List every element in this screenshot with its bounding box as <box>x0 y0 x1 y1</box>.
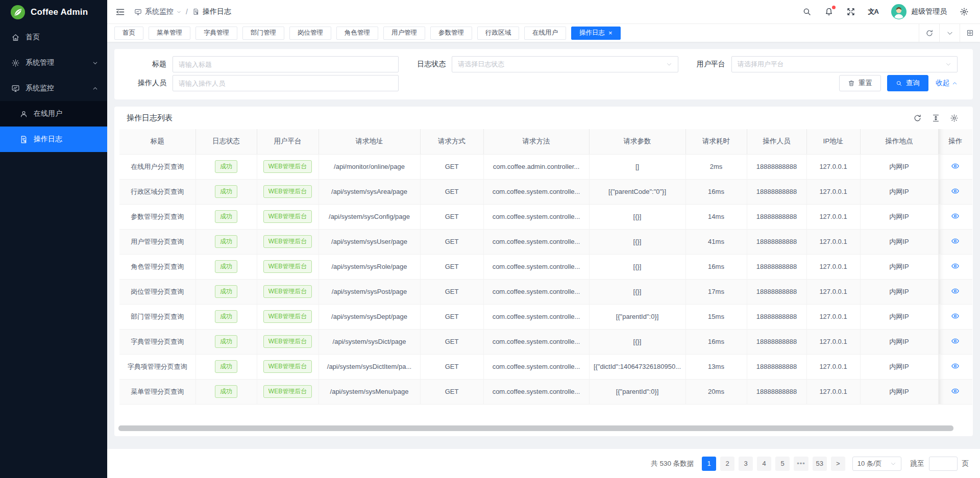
cell-request-method: GET <box>420 229 483 254</box>
cell-ip-address: 127.0.0.1 <box>806 304 860 329</box>
status-select[interactable]: 请选择日志状态 <box>452 56 678 72</box>
cell-action <box>938 179 972 204</box>
row-height-icon[interactable] <box>932 114 940 122</box>
tab-7[interactable]: 参数管理 <box>430 27 472 40</box>
cell-log-status: 成功 <box>195 229 257 254</box>
search-button[interactable]: 查询 <box>887 75 928 91</box>
cell-request-method: GET <box>420 304 483 329</box>
main-area: 系统监控 / 操作日志 文A 超级管理员 首页菜单管理字 <box>107 0 980 478</box>
notification-bell-icon[interactable] <box>824 7 834 16</box>
next-page-button[interactable]: > <box>831 457 845 471</box>
sidebar-item-system-monitor[interactable]: 系统监控 <box>0 76 107 101</box>
table-row: 用户管理分页查询成功WEB管理后台/api/system/sysUser/pag… <box>119 229 972 254</box>
view-detail-eye-icon[interactable] <box>951 237 960 245</box>
tab-4[interactable]: 岗位管理 <box>289 27 331 40</box>
pagination-bar: 共 530 条数据 12345•••53 > 10 条/页 跳至 页 <box>107 449 980 478</box>
translate-icon[interactable]: 文A <box>868 7 878 16</box>
refresh-icon[interactable] <box>919 24 939 42</box>
cell-user-platform: WEB管理后台 <box>257 204 318 229</box>
cell-request-handler: com.coffee.system.controlle... <box>483 279 589 304</box>
table-row: 字典管理分页查询成功WEB管理后台/api/system/sysDict/pag… <box>119 329 972 354</box>
tab-2[interactable]: 字典管理 <box>195 27 237 40</box>
settings-gear-icon[interactable] <box>960 7 969 16</box>
cell-request-handler: com.coffee.system.controlle... <box>483 379 589 404</box>
view-detail-eye-icon[interactable] <box>951 287 960 295</box>
cell-action <box>938 204 972 229</box>
cell-request-url: /api/system/sysArea/page <box>318 179 420 204</box>
menu-fold-icon[interactable] <box>115 7 125 17</box>
cell-request-handler: com.coffee.system.controlle... <box>483 354 589 379</box>
cell-ip-address: 127.0.0.1 <box>806 279 860 304</box>
collapse-link[interactable]: 收起 <box>936 79 958 88</box>
title-input[interactable] <box>179 61 393 68</box>
cell-request-params: [{}] <box>589 329 685 354</box>
view-detail-eye-icon[interactable] <box>951 262 960 270</box>
cell-operator: 18888888888 <box>747 354 806 379</box>
tab-6[interactable]: 用户管理 <box>383 27 425 40</box>
view-detail-eye-icon[interactable] <box>951 187 960 195</box>
column-settings-gear-icon[interactable] <box>950 114 959 122</box>
tab-5[interactable]: 角色管理 <box>336 27 378 40</box>
fullscreen-icon[interactable] <box>846 7 855 16</box>
view-detail-eye-icon[interactable] <box>951 162 960 170</box>
page-button-2[interactable]: 2 <box>720 457 734 471</box>
cell-request-params: [] <box>589 154 685 179</box>
tab-3[interactable]: 部门管理 <box>242 27 284 40</box>
sidebar-item-system-management[interactable]: 系统管理 <box>0 50 107 76</box>
view-detail-eye-icon[interactable] <box>951 337 960 345</box>
maximize-icon[interactable] <box>960 24 980 42</box>
tab-1[interactable]: 菜单管理 <box>149 27 190 40</box>
chevron-down-icon[interactable] <box>939 24 960 42</box>
chevron-down-icon <box>666 61 672 67</box>
operator-input[interactable] <box>179 80 393 87</box>
cell-user-platform: WEB管理后台 <box>257 304 318 329</box>
page-button-3[interactable]: 3 <box>739 457 753 471</box>
search-icon[interactable] <box>802 7 812 16</box>
jump-page-input[interactable] <box>929 457 958 471</box>
page-size-select[interactable]: 10 条/页 <box>852 457 901 471</box>
page-button-5[interactable]: 5 <box>775 457 790 471</box>
cell-log-title: 在线用户分页查询 <box>119 154 195 179</box>
reset-button[interactable]: 重置 <box>839 75 881 91</box>
cell-operator: 18888888888 <box>747 204 806 229</box>
cell-request-url: /api/system/sysUser/page <box>318 229 420 254</box>
chevron-down-icon <box>945 61 951 67</box>
scrollbar-thumb[interactable] <box>118 425 953 431</box>
status-label: 日志状态 <box>406 60 452 69</box>
cell-action <box>938 329 972 354</box>
view-detail-eye-icon[interactable] <box>951 212 960 220</box>
breadcrumb-menu-label: 系统监控 <box>145 7 174 16</box>
sidebar-item-online-users[interactable]: 在线用户 <box>0 101 107 127</box>
cell-request-handler: com.coffee.system.controlle... <box>483 329 589 354</box>
cell-request-method: GET <box>420 254 483 279</box>
view-detail-eye-icon[interactable] <box>951 387 960 395</box>
close-icon[interactable]: × <box>608 30 612 36</box>
tab-label: 首页 <box>122 29 135 37</box>
view-detail-eye-icon[interactable] <box>951 312 960 320</box>
view-detail-eye-icon[interactable] <box>951 362 960 370</box>
tab-10[interactable]: 操作日志× <box>571 27 621 40</box>
page-button-4[interactable]: 4 <box>757 457 771 471</box>
cell-log-status: 成功 <box>195 179 257 204</box>
breadcrumb-menu[interactable]: 系统监控 <box>134 7 181 16</box>
chevron-down-icon <box>92 60 98 66</box>
cell-request-method: GET <box>420 354 483 379</box>
tab-9[interactable]: 在线用户 <box>524 27 566 40</box>
cell-request-params: [{}] <box>589 254 685 279</box>
page-button-53[interactable]: 53 <box>813 457 827 471</box>
page-button-1[interactable]: 1 <box>702 457 716 471</box>
refresh-icon[interactable] <box>913 114 922 122</box>
tab-label: 在线用户 <box>532 29 558 37</box>
sidebar-item-home[interactable]: 首页 <box>0 24 107 50</box>
sidebar-item-operation-log[interactable]: 操作日志 <box>0 127 107 152</box>
user-menu[interactable]: 超级管理员 <box>891 4 947 19</box>
pagination-total: 共 530 条数据 <box>651 459 694 468</box>
tab-8[interactable]: 行政区域 <box>477 27 519 40</box>
page-ellipsis[interactable]: ••• <box>794 457 808 471</box>
status-tag: 成功 <box>215 185 237 197</box>
status-tag: WEB管理后台 <box>263 335 312 347</box>
cell-ip-address: 127.0.0.1 <box>806 204 860 229</box>
tab-0[interactable]: 首页 <box>114 27 143 40</box>
cell-location: 内网IP <box>860 179 938 204</box>
platform-select[interactable]: 请选择用户平台 <box>731 56 958 72</box>
